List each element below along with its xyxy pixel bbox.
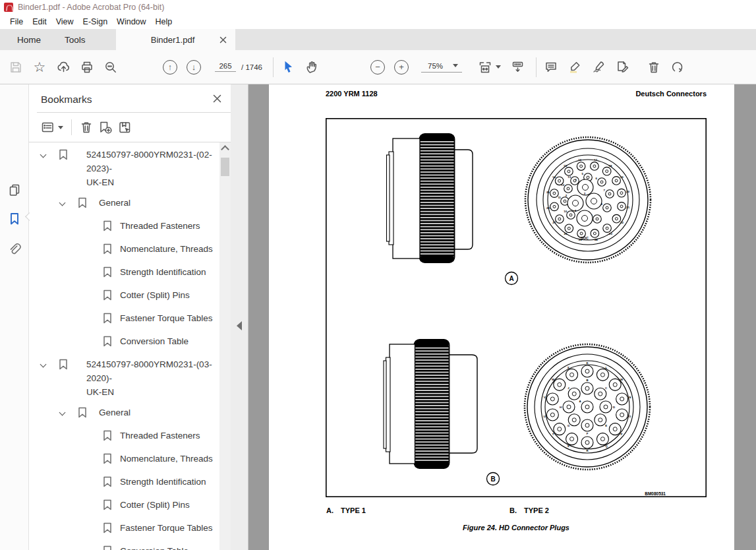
figure-legend: A.TYPE 1 B.TYPE 2: [326, 506, 707, 520]
menu-window[interactable]: Window: [112, 16, 150, 28]
bookmark-icon: [8, 212, 21, 226]
reading-mode-button[interactable]: [506, 55, 529, 80]
svg-text:16: 16: [578, 158, 581, 162]
select-tool-button[interactable]: [276, 55, 300, 80]
next-page-button[interactable]: ↓: [182, 55, 206, 80]
svg-text:V: V: [544, 396, 546, 399]
menu-file[interactable]: File: [5, 16, 28, 28]
search-button[interactable]: [99, 55, 123, 80]
hand-tool-button[interactable]: [300, 55, 324, 80]
bookmark-item[interactable]: General: [29, 193, 219, 216]
menu-view[interactable]: View: [51, 16, 78, 28]
share-button[interactable]: [51, 55, 75, 80]
svg-text:29: 29: [546, 191, 550, 194]
page-header-left: 2200 YRM 1128: [326, 90, 378, 98]
expand-chevron-icon[interactable]: [57, 406, 67, 415]
bookmark-label: Nomenclature, Threads: [120, 242, 213, 256]
bookmark-item[interactable]: 524150797-8000YRM0231-(02-2023)- UK-EN: [29, 144, 219, 193]
hide-toolbar-icon: [511, 60, 525, 74]
bookmark-glyph-icon: [103, 452, 112, 468]
bookmark-glyph-icon: [103, 311, 112, 328]
bookmark-item[interactable]: General: [29, 402, 219, 425]
menu-edit[interactable]: Edit: [28, 16, 51, 28]
bookmark-item[interactable]: 524150797-8000YRM0231-(03-2020)- UK-EN: [29, 354, 219, 402]
bookmark-item[interactable]: Nomenclature, Threads: [29, 448, 219, 472]
bookmark-item[interactable]: Conversion Table: [29, 541, 219, 550]
svg-text:19: 19: [620, 175, 624, 179]
svg-text:L: L: [606, 366, 608, 369]
svg-text:27: 27: [552, 221, 556, 224]
bookmark-item[interactable]: Nomenclature, Threads: [29, 239, 219, 262]
bookmarks-scrollbar[interactable]: [219, 142, 231, 550]
expand-chevron-icon[interactable]: [57, 196, 67, 205]
main-area: Bookmarks: [0, 84, 756, 550]
expand-chevron-icon[interactable]: [38, 357, 48, 367]
bookmarks-panel-button[interactable]: [7, 211, 22, 227]
scrollbar-thumb[interactable]: [221, 158, 229, 176]
bookmark-glyph-icon: [103, 498, 112, 514]
comment-button[interactable]: [539, 55, 563, 80]
print-button[interactable]: [75, 55, 99, 80]
bookmark-label: 524150797-8000YRM0231-(03-2020)- UK-EN: [86, 357, 216, 399]
redo-button[interactable]: [666, 55, 689, 80]
panel-collapse-gutter[interactable]: [231, 84, 248, 550]
close-panel-icon[interactable]: [213, 94, 221, 106]
bookmarks-panel: Bookmarks: [29, 84, 231, 550]
zoom-level-select[interactable]: 75%: [421, 62, 462, 73]
bookmark-label: Nomenclature, Threads: [120, 452, 213, 466]
new-bookmark-button[interactable]: [96, 117, 115, 137]
bookmark-item[interactable]: Fastener Torque Tables: [29, 518, 219, 541]
bookmark-label: Conversion Table: [120, 544, 189, 550]
bookmarks-toolbar: [29, 113, 231, 142]
page-number-input[interactable]: 265: [215, 62, 236, 72]
bookmark-options-button[interactable]: [38, 117, 66, 137]
page-fit-button[interactable]: [474, 55, 506, 80]
bookmark-glyph-icon: [103, 242, 112, 259]
page-thumbnails-button[interactable]: [7, 182, 22, 198]
svg-text:20: 20: [626, 190, 629, 193]
close-tab-icon[interactable]: [218, 34, 229, 45]
bookmark-glyph-icon: [103, 219, 112, 235]
figure-drawing: 1718192021222324252627282914151656789101…: [326, 118, 707, 500]
bookmark-item[interactable]: Conversion Table: [29, 331, 219, 354]
bookmark-glyph-icon: [103, 475, 112, 491]
svg-text:18: 18: [609, 164, 612, 168]
bookmark-item[interactable]: Strength Identification: [29, 472, 219, 495]
tab-document[interactable]: Binder1.pdf: [116, 29, 235, 50]
expand-chevron-icon[interactable]: [38, 148, 48, 157]
highlight-button[interactable]: [563, 55, 587, 80]
svg-text:B: B: [490, 475, 495, 483]
tab-home[interactable]: Home: [5, 29, 53, 50]
zoom-in-button[interactable]: +: [390, 55, 413, 80]
bookmark-item[interactable]: Threaded Fasteners: [29, 216, 219, 239]
tab-tools[interactable]: Tools: [53, 29, 98, 50]
previous-page-button[interactable]: ↑: [158, 55, 182, 80]
hand-icon: [305, 60, 318, 74]
bookmark-item[interactable]: Threaded Fasteners: [29, 425, 219, 448]
bookmark-label: Cotter (Split) Pins: [120, 498, 190, 512]
zoom-out-icon: −: [370, 60, 385, 75]
attachments-button[interactable]: [7, 241, 22, 257]
bookmark-item[interactable]: Fastener Torque Tables: [29, 308, 219, 331]
svg-text:P: P: [621, 433, 623, 436]
save-button[interactable]: [4, 55, 28, 80]
bookmark-glyph-icon: [103, 265, 112, 282]
delete-bookmark-button[interactable]: [77, 117, 96, 137]
pages-icon: [7, 183, 22, 197]
cloud-upload-icon: [57, 60, 71, 74]
delete-pages-button[interactable]: [642, 55, 666, 80]
star-button[interactable]: ☆: [28, 55, 51, 80]
bookmark-item[interactable]: Strength Identification: [29, 262, 219, 285]
zoom-out-button[interactable]: −: [366, 55, 390, 80]
menu-esign[interactable]: E-Sign: [78, 16, 113, 28]
bookmark-glyph-icon: [59, 357, 68, 374]
fill-sign-button[interactable]: [610, 55, 634, 80]
menu-help[interactable]: Help: [151, 16, 177, 28]
svg-text:X: X: [567, 366, 569, 369]
bookmark-item[interactable]: Cotter (Split) Pins: [29, 495, 219, 518]
scroll-up-icon[interactable]: [221, 145, 229, 154]
expand-current-bookmark-button[interactable]: [115, 117, 135, 137]
bookmark-item[interactable]: Cotter (Split) Pins: [29, 285, 219, 308]
sign-button[interactable]: [587, 55, 610, 80]
collapse-panel-icon[interactable]: [237, 321, 242, 330]
